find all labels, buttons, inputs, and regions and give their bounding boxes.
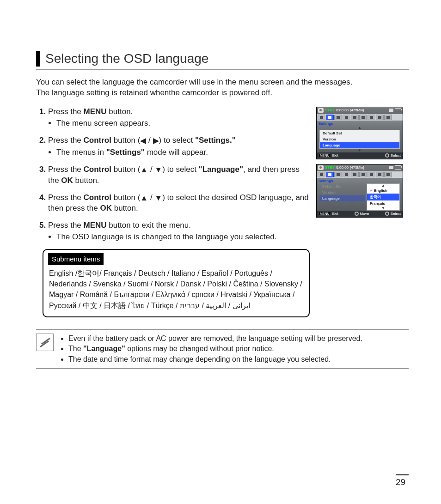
tab-icon xyxy=(318,172,325,177)
tab-icon xyxy=(343,115,350,120)
note-2: The "Language" options may be changed wi… xyxy=(68,344,362,354)
submenu-title: Submenu items xyxy=(48,253,104,265)
step-5-sub: The OSD language is is changed to the la… xyxy=(56,232,310,243)
steps-list: Press the MENU button. The menu screen a… xyxy=(36,107,310,243)
page-number: 29 xyxy=(396,474,409,487)
intro-paragraph: You can select the language the camcorde… xyxy=(36,77,409,98)
menu-item: Default Set xyxy=(320,130,399,136)
triangle-up-icon: ▲ xyxy=(140,193,148,204)
submenu-box: Submenu items English /한국어/ Français / D… xyxy=(43,249,310,317)
tab-icon xyxy=(334,172,342,177)
menu-item-selected: Language xyxy=(320,142,399,148)
chevron-up-icon: ▲ xyxy=(367,184,399,188)
tab-icon xyxy=(376,115,384,120)
intro-line-2: The language setting is retained whenthe… xyxy=(36,88,272,97)
osd-screenshot-1: STBY 0:00:00 [475Min] xyxy=(316,107,403,159)
chevron-down-icon: ▼ xyxy=(367,206,399,210)
heading-accent-bar xyxy=(36,51,40,67)
step-2: Press the Control button (◀ / ▶) to sele… xyxy=(48,135,310,158)
intro-line-1: You can select the language the camcorde… xyxy=(36,78,353,86)
settings-category-label: Settings xyxy=(317,178,403,183)
menu-pill: MENU xyxy=(318,212,331,216)
timecode: 0:00:00 xyxy=(336,108,349,112)
step-4: Press the Control button (▲ / ▼) to sele… xyxy=(48,193,310,214)
triangle-up-icon: ▲ xyxy=(140,165,148,176)
section-heading: Selecting the OSD language xyxy=(36,51,409,70)
tab-icon xyxy=(334,115,342,120)
select-label: Select xyxy=(391,153,401,158)
chevron-down-icon: ▼ xyxy=(317,149,403,152)
tab-icon xyxy=(351,172,359,177)
tab-icon xyxy=(384,115,392,120)
triangle-down-icon: ▼ xyxy=(154,193,162,204)
lang-option: ✓English xyxy=(367,188,399,194)
gear-icon xyxy=(385,153,389,158)
tab-icon-active xyxy=(326,172,334,177)
note-3: The date and time format may change depe… xyxy=(68,354,362,364)
exit-label: Exit xyxy=(332,153,338,158)
tab-icon-active xyxy=(326,115,334,120)
tab-icon xyxy=(343,172,350,177)
menu-item: Version xyxy=(320,136,399,142)
triangle-right-icon: ▶ xyxy=(153,136,159,146)
camera-icon xyxy=(318,108,324,113)
lang-option-selected: 한국어 xyxy=(367,194,399,200)
tab-icon xyxy=(376,172,384,177)
exit-label: Exit xyxy=(332,212,338,216)
timecode: 0:00:00 xyxy=(336,165,349,170)
check-icon: ✓ xyxy=(370,188,373,193)
move-label: Move xyxy=(360,212,369,216)
time-remaining: [475Min] xyxy=(350,108,364,112)
stby-label: STBY xyxy=(325,108,335,112)
notes-section: Even if the battery pack or AC power are… xyxy=(36,329,409,369)
menu-list: Default Set Version Language xyxy=(319,130,400,149)
tab-icon xyxy=(351,115,359,120)
triangle-left-icon: ◀ xyxy=(140,136,146,146)
chevron-up-icon: ▲ xyxy=(317,126,403,130)
step-5: Press the MENU button to exit the menu. … xyxy=(48,220,310,243)
battery-icon xyxy=(395,108,401,112)
menu-item-dim: Language xyxy=(319,195,365,201)
gear-icon xyxy=(355,212,359,216)
step-1-sub: The menu screen appears. xyxy=(56,118,310,129)
step-2-sub: The menus in "Settings" mode will appear… xyxy=(56,147,310,158)
card-icon xyxy=(389,166,393,169)
card-icon xyxy=(389,109,393,112)
tab-icon xyxy=(384,172,392,177)
note-1: Even if the battery pack or AC power are… xyxy=(68,334,362,344)
submenu-body: English /한국어/ Français / Deutsch / Itali… xyxy=(49,268,303,311)
step-1: Press the MENU button. The menu screen a… xyxy=(48,107,310,129)
gear-icon xyxy=(385,212,389,216)
step-3: Press the Control button (▲ / ▼) to sele… xyxy=(48,164,310,186)
camera-icon xyxy=(318,165,324,170)
battery-icon xyxy=(395,165,401,170)
lang-option: Français xyxy=(367,200,399,206)
osd-screenshot-2: STBY 0:00:00 [475Min] xyxy=(316,164,403,218)
tab-row xyxy=(317,114,403,121)
select-label: Select xyxy=(391,212,401,216)
tab-row xyxy=(317,171,403,178)
stby-label: STBY xyxy=(325,165,335,170)
time-remaining: [475Min] xyxy=(350,165,364,170)
triangle-down-icon: ▼ xyxy=(154,165,162,176)
tab-icon xyxy=(359,115,367,120)
menu-item-dim: Default Set xyxy=(319,183,365,189)
menu-item-dim: Version xyxy=(319,189,365,195)
menu-pill: MENU xyxy=(318,153,331,158)
tab-icon xyxy=(368,115,375,120)
tab-icon xyxy=(368,172,375,177)
heading-text: Selecting the OSD language xyxy=(45,51,208,66)
note-icon xyxy=(36,334,54,351)
tab-icon xyxy=(359,172,367,177)
tab-icon xyxy=(318,115,325,120)
